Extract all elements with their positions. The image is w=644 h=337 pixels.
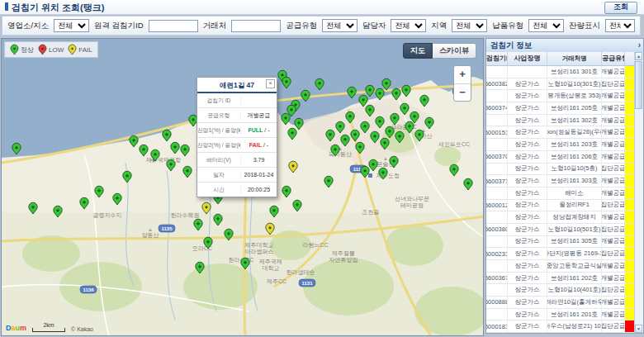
map-view-button[interactable]: 지도 [403, 43, 433, 59]
cell: 개별공급 [602, 151, 625, 163]
table-row[interactable]: 장군가스보성리161 201호개별공급 [486, 309, 635, 321]
scrollbar-thumb[interactable] [635, 61, 642, 109]
cell: 장군가스 [508, 236, 547, 248]
table-row[interactable]: 5000233장군가스첨단단지(영평동 2169-12...집단공급 [486, 248, 635, 260]
svg-text:제주국제: 제주국제 [258, 259, 282, 264]
scroll-up-icon[interactable]: ▲ [635, 52, 642, 60]
table-row[interactable]: 장군가스보성리161 302호개별공급 [486, 115, 635, 127]
column-header-0: 검침기ID [486, 52, 508, 65]
filter-bar: 영업소/지소전체원격 검침기ID거래처공급유형전체담당자전체지역전체납품유형전체… [2, 16, 641, 36]
table-row[interactable]: 보성리161 301호개별공급 [486, 66, 635, 78]
cell: 보성리161 305호 [547, 236, 602, 248]
cell: 장군가스 [508, 297, 547, 308]
cell: 개별공급 [602, 297, 625, 308]
cell: 보성리161 303호 [547, 175, 602, 187]
cell: 중앙고등학교급식실 [547, 260, 602, 272]
cell: 장군가스 [508, 309, 547, 320]
skyview-button[interactable]: 스카이뷰 [433, 43, 476, 59]
search-button[interactable]: 조회 [604, 2, 637, 14]
filter-label-3: 공급유형 [286, 21, 317, 31]
table-row[interactable]: 장군가스노형10길10(5층)집단공급 [486, 164, 635, 176]
popup-row-0: 검침기 ID [197, 93, 277, 108]
cell: 개별공급 [602, 187, 625, 199]
table-row[interactable]: 5600374장군가스보성리161 205호개별공급 [486, 102, 635, 115]
table-row[interactable]: 5600367장군가스보성리161 202호개별공급 [486, 273, 635, 285]
filter-input-1[interactable] [149, 20, 198, 32]
table-row[interactable]: 장군가스보성리161 305호개별공급 [486, 236, 635, 249]
table-row[interactable]: 5600380장군가스노형10길10(501호)집단공급 [486, 224, 635, 236]
svg-text:1131: 1131 [301, 281, 313, 286]
popup-row-label: 잔량2(%) / 용량(kg) [197, 141, 241, 150]
cell: 성당접계창돼지 [547, 211, 602, 223]
cell: 보성리161 202호 [547, 273, 602, 284]
svg-text:한라생태숲: 한라생태숲 [286, 269, 315, 275]
cell: 개별공급 [602, 260, 625, 272]
table-row[interactable]: 장군가스보성리161 203호개별공급 [486, 139, 635, 151]
table-row[interactable]: 5000183장군가스현하우스(남성로21) 101호집단공급 [486, 320, 635, 333]
popup-close-icon[interactable]: × [266, 79, 275, 88]
popup-row-label: 공급유형 [197, 112, 241, 120]
column-header-3: 공급유형 [602, 52, 625, 65]
filter-select-5[interactable]: 전체 [452, 19, 487, 32]
map-panel[interactable]: 113211321136113111181135 ✈제주국제공항제주도청광령저수… [1, 38, 484, 336]
cell: 개별공급 [602, 139, 625, 150]
popup-title: 애련1길 47 [197, 78, 277, 93]
filter-select-4[interactable]: 전체 [391, 19, 426, 32]
filter-select-3[interactable]: 전체 [322, 19, 358, 32]
road-badge: 1131 [299, 279, 315, 287]
cell: 5600374 [486, 102, 508, 114]
table-row[interactable]: 6000888장군가스고려라면10길(홀게하우스개별공급 [486, 297, 635, 309]
filter-label-5: 지역 [431, 21, 447, 31]
marker-legend: 정상LOWFAIL [4, 41, 98, 58]
meter-table-body: 보성리161 301호개별공급5600382장군가스노형10길10(301호)집… [486, 66, 635, 333]
zoom-in-button[interactable]: + [454, 66, 471, 84]
filter-select-6[interactable]: 전체 [528, 19, 564, 32]
filter-label-7: 잔량표시 [569, 21, 600, 31]
title-bar: 검침기 위치 조회(탱크) 조회 [0, 0, 644, 15]
cell: 5600367 [486, 273, 508, 284]
cell: 개별공급 [602, 273, 625, 284]
cell: 노형10길10(501호) [547, 224, 602, 235]
panel-collapse-icon[interactable]: › [638, 39, 641, 52]
filter-select-7[interactable]: 전체 [605, 19, 635, 32]
cell: 장군가스 [508, 102, 547, 114]
cell: 보성리161 302호 [547, 115, 602, 126]
legend-pin-icon [10, 44, 19, 55]
popup-row-label: 잔량1(%) / 용량(kg) [197, 126, 241, 135]
table-row[interactable]: 5600012장군가스월정리RF1집단공급 [486, 200, 635, 212]
road-badge: 1136 [80, 286, 97, 293]
table-row[interactable]: 장군가스해미소개별공급 [486, 187, 635, 200]
filter-select-0[interactable]: 전체 [54, 19, 89, 32]
place-label: 제주국제대학교 [258, 259, 282, 271]
table-row[interactable]: 장군가스노형10길10(401호)집단공급 [486, 284, 635, 297]
table-row[interactable]: 5600371장군가스보성리161 303호개별공급 [486, 175, 635, 187]
legend-item-0: 정상 [10, 44, 34, 55]
legend-label: LOW [49, 46, 64, 54]
table-row[interactable]: 장군가스중앙고등학교급식실개별공급 [486, 260, 635, 273]
cell [486, 115, 508, 126]
cell [486, 66, 508, 78]
scroll-down-icon[interactable]: ▼ [635, 325, 642, 333]
cell: 보성리161 301호 [547, 66, 602, 78]
svg-text:광령저수지: 광령저수지 [93, 212, 122, 219]
cell [486, 284, 508, 296]
panel-scrollbar[interactable]: ▲ ▼ [634, 52, 643, 333]
table-row[interactable]: 5600382장군가스노형10길10(301호)집단공급 [486, 78, 635, 91]
table-row[interactable]: 장군가스봉개동(삼봉로 353)개별공급 [486, 90, 635, 102]
zoom-out-button[interactable]: − [454, 84, 471, 102]
cell: 노형10길10(5층) [547, 164, 602, 175]
popup-row-value: 20:00:25 [241, 187, 277, 192]
cell: 집단공급 [602, 284, 625, 296]
svg-text:테마공원: 테마공원 [400, 202, 424, 209]
cell: 개별공급 [602, 66, 625, 78]
svg-text:1135: 1135 [161, 226, 173, 231]
table-row[interactable]: 5000151장군가스Moon(정실동길26)(우리)개별공급 [486, 126, 635, 139]
filter-input-2[interactable] [231, 20, 281, 32]
cell: 보성리161 205호 [547, 102, 602, 114]
legend-item-1: LOW [38, 44, 64, 55]
table-row[interactable]: 장군가스성당접계창돼지개별공급 [486, 211, 635, 224]
table-row[interactable]: 5600370장군가스보성리161 206호개별공급 [486, 151, 635, 164]
place-label: 세인트포CC [438, 141, 470, 147]
road-badge: 1135 [159, 225, 175, 232]
cell: 집단공급 [602, 200, 625, 211]
